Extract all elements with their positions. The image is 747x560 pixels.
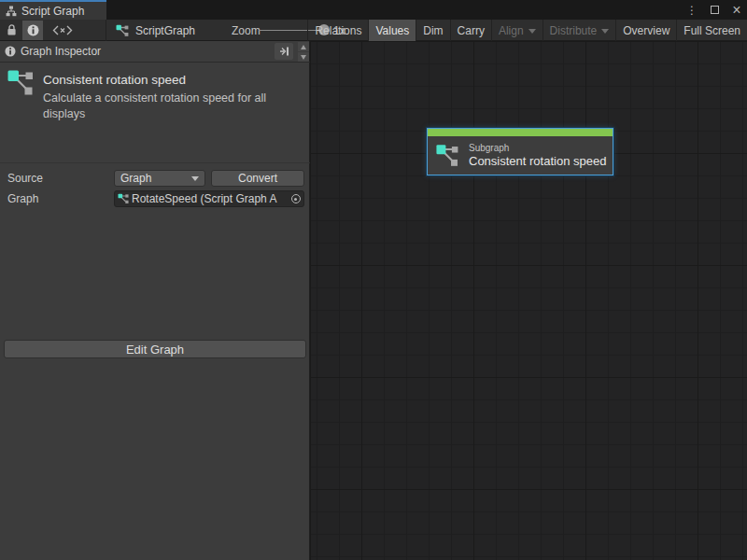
graph-description: Calculate a consistent rotation speed fo… (43, 91, 301, 122)
dock-arrow-icon (279, 47, 289, 56)
source-label: Source (0, 172, 114, 185)
zoom-label: Zoom (232, 20, 261, 41)
node-title: Consistent rotation speed (469, 154, 606, 168)
toolbar-button-relations[interactable]: Relations (307, 20, 368, 41)
graph-row: Graph RotateSpeed (Script Graph A (0, 189, 310, 209)
toolbar-button-group: Relations Values Dim Carry Align Distrib… (307, 20, 747, 41)
info-icon (27, 24, 39, 36)
graph-properties-form: Source Graph Convert Graph (0, 168, 310, 209)
divider (0, 162, 310, 163)
script-graph-icon (116, 24, 130, 37)
scroll-down-icon[interactable] (298, 52, 309, 62)
script-graph-asset-icon (118, 193, 130, 204)
subgraph-icon (7, 69, 35, 97)
toolbar-button-overview[interactable]: Overview (615, 20, 676, 41)
inspector-toggle-button[interactable] (22, 21, 43, 40)
lock-button[interactable] (2, 21, 21, 40)
scroll-up-icon[interactable] (298, 42, 309, 51)
toolbar-button-values[interactable]: Values (368, 20, 416, 41)
convert-button[interactable]: Convert (211, 170, 304, 187)
graph-canvas[interactable]: Subgraph Consistent rotation speed (311, 41, 747, 560)
chevron-down-icon (529, 29, 536, 34)
toolbar-button-align: Align (491, 20, 543, 41)
edit-graph-button[interactable]: Edit Graph (4, 340, 306, 358)
tab-title: Script Graph (21, 5, 84, 18)
source-dropdown[interactable]: Graph (114, 170, 205, 187)
node-type-label: Subgraph (469, 143, 606, 153)
tab-script-graph[interactable]: Script Graph (0, 0, 106, 20)
window-controls: ⋮ × (685, 0, 743, 20)
lock-icon (7, 24, 17, 36)
graph-summary: Consistent rotation speed Calculate a co… (0, 63, 310, 132)
subgraph-node[interactable]: Subgraph Consistent rotation speed (427, 128, 613, 175)
unity-script-graph-window: Script Graph ⋮ × (0, 0, 747, 560)
node-header-bar (428, 129, 613, 136)
graph-field-label: Graph (0, 192, 114, 205)
panel-title: Graph Inspector (21, 45, 101, 58)
chevron-down-icon (601, 29, 609, 34)
close-icon[interactable]: × (730, 4, 743, 17)
toolbar-button-carry[interactable]: Carry (450, 20, 491, 41)
toolbar-button-dim[interactable]: Dim (416, 20, 449, 41)
graph-object-value: RotateSpeed (Script Graph A (132, 192, 289, 205)
node-titles: Subgraph Consistent rotation speed (469, 143, 606, 168)
node-body: Subgraph Consistent rotation speed (428, 136, 613, 175)
graph-title: Consistent rotation speed (43, 73, 303, 87)
panel-scroll-steppers (298, 42, 309, 62)
maximize-icon[interactable] (708, 4, 721, 17)
script-graph-window-icon (6, 6, 17, 17)
graph-toolbar: ScriptGraph Zoom 1x Relations Values Dim… (0, 20, 747, 41)
graph-inspector-panel: Graph Inspector Consistent rotation spee… (0, 41, 310, 560)
toolbar-divider (106, 20, 106, 41)
info-icon (5, 46, 16, 57)
graph-inspector-header: Graph Inspector (0, 41, 310, 63)
breadcrumb-label: ScriptGraph (135, 24, 195, 37)
window-menu-icon[interactable]: ⋮ (685, 4, 698, 17)
window-tab-bar: Script Graph ⋮ × (0, 0, 747, 20)
dock-panel-button[interactable] (275, 43, 293, 60)
toolbar-button-fullscreen[interactable]: Full Screen (676, 20, 747, 41)
chevron-down-icon (191, 176, 199, 181)
source-row: Source Graph Convert (0, 168, 310, 189)
code-icon (52, 25, 73, 35)
subgraph-icon (436, 144, 460, 168)
graph-object-field[interactable]: RotateSpeed (Script Graph A (114, 190, 304, 207)
object-picker-icon[interactable] (289, 193, 302, 205)
toolbar-button-distribute: Distribute (543, 20, 616, 41)
graph-breadcrumb[interactable]: ScriptGraph (108, 20, 203, 41)
code-view-button[interactable] (47, 21, 78, 40)
